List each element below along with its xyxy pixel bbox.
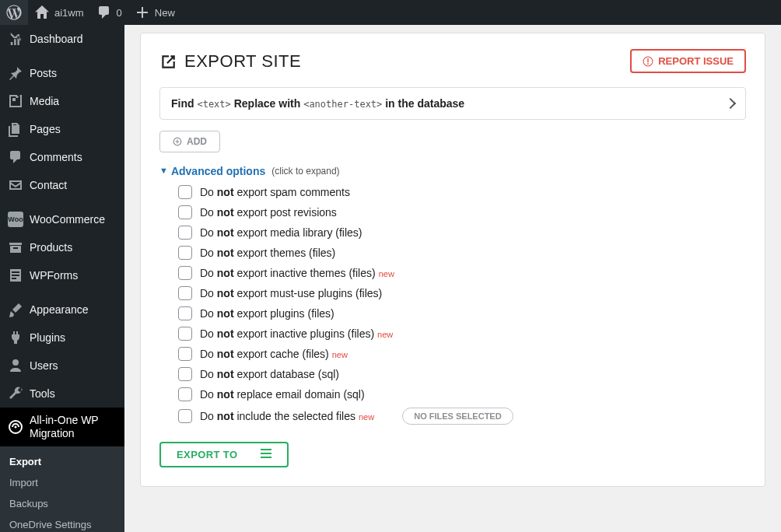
sidebar-item-woocommerce[interactable]: Woo WooCommerce bbox=[0, 205, 124, 233]
replace-label: Replace with bbox=[234, 97, 301, 110]
page-body: EXPORT SITE REPORT ISSUE Find <text> Rep… bbox=[124, 25, 781, 532]
advanced-option-label[interactable]: Do not export must-use plugins (files) bbox=[200, 287, 382, 299]
sidebar-label: Dashboard bbox=[30, 33, 83, 45]
sidebar-item-plugins[interactable]: Plugins bbox=[0, 324, 124, 352]
sidebar-item-media[interactable]: Media bbox=[0, 87, 124, 115]
advanced-option-label[interactable]: Do not replace email domain (sql) bbox=[200, 388, 365, 401]
advanced-option-label[interactable]: Do not export cache (files)new bbox=[200, 348, 348, 360]
media-icon bbox=[8, 93, 23, 109]
advanced-option-checkbox[interactable] bbox=[178, 327, 192, 341]
find-label: Find bbox=[171, 97, 194, 110]
sidebar-item-ai1wm[interactable]: All-in-One WP Migration bbox=[0, 408, 124, 446]
sidebar-label: Products bbox=[30, 241, 72, 254]
admin-sidebar: Dashboard Posts Media Pages Comments Con… bbox=[0, 25, 124, 532]
advanced-option-muplugins: Do not export must-use plugins (files) bbox=[178, 286, 746, 300]
advanced-option-database: Do not export database (sql) bbox=[178, 367, 746, 381]
form-icon bbox=[8, 268, 23, 283]
site-name-label: ai1wm bbox=[54, 7, 84, 19]
comments-menu[interactable]: 0 bbox=[90, 0, 128, 25]
archive-icon bbox=[8, 240, 23, 255]
sidebar-item-posts[interactable]: Posts bbox=[0, 59, 124, 87]
page-title: EXPORT SITE bbox=[159, 51, 301, 72]
sidebar-item-pages[interactable]: Pages bbox=[0, 115, 124, 143]
sidebar-item-contact[interactable]: Contact bbox=[0, 171, 124, 199]
plus-icon bbox=[135, 5, 150, 20]
advanced-option-checkbox[interactable] bbox=[178, 246, 192, 260]
new-tag: new bbox=[332, 350, 348, 359]
in-db-label: in the database bbox=[385, 97, 464, 110]
sidebar-item-wpforms[interactable]: WPForms bbox=[0, 261, 124, 289]
sidebar-label: All-in-One WP Migration bbox=[30, 414, 117, 440]
menu-icon bbox=[261, 449, 271, 460]
advanced-option-checkbox[interactable] bbox=[178, 266, 192, 280]
advanced-option-checkbox[interactable] bbox=[178, 226, 192, 240]
advanced-option-label[interactable]: Do not export themes (files) bbox=[200, 247, 335, 259]
advanced-options-list: Do not export spam commentsDo not export… bbox=[159, 185, 746, 425]
advanced-option-label[interactable]: Do not include the selected filesnew bbox=[200, 410, 374, 422]
wp-logo-menu[interactable] bbox=[0, 0, 28, 25]
export-icon bbox=[159, 53, 177, 70]
advanced-option-checkbox[interactable] bbox=[178, 347, 192, 361]
advanced-option-themes: Do not export themes (files) bbox=[178, 246, 746, 260]
ai1wm-submenu: Export Import Backups OneDrive Settings bbox=[0, 446, 124, 532]
advanced-option-checkbox[interactable] bbox=[178, 286, 192, 300]
wordpress-logo-icon bbox=[6, 5, 22, 20]
advanced-option-label[interactable]: Do not export plugins (files) bbox=[200, 307, 334, 320]
site-name-menu[interactable]: ai1wm bbox=[28, 0, 90, 25]
sidebar-item-appearance[interactable]: Appearance bbox=[0, 296, 124, 324]
find-placeholder: <text> bbox=[197, 99, 230, 110]
advanced-option-checkbox[interactable] bbox=[178, 367, 192, 381]
advanced-options-toggle[interactable]: ▼ Advanced options (click to expand) bbox=[159, 165, 746, 177]
submenu-label: Import bbox=[9, 477, 38, 488]
no-files-selected-pill[interactable]: NO FILES SELECTED bbox=[402, 408, 513, 425]
advanced-option-inactive_themes: Do not export inactive themes (files)new bbox=[178, 266, 746, 280]
submenu-item-export[interactable]: Export bbox=[0, 451, 124, 472]
advanced-option-checkbox[interactable] bbox=[178, 409, 192, 423]
user-icon bbox=[8, 358, 23, 373]
advanced-option-label[interactable]: Do not export database (sql) bbox=[200, 368, 339, 380]
plus-circle-icon bbox=[173, 137, 182, 146]
submenu-label: Backups bbox=[9, 498, 48, 509]
advanced-option-label[interactable]: Do not export spam comments bbox=[200, 186, 350, 198]
advanced-option-cache: Do not export cache (files)new bbox=[178, 347, 746, 361]
add-button[interactable]: ADD bbox=[159, 131, 220, 152]
advanced-option-label[interactable]: Do not export inactive themes (files)new bbox=[200, 267, 394, 279]
page-title-text: EXPORT SITE bbox=[184, 51, 301, 72]
comment-icon bbox=[96, 5, 112, 20]
comment-icon bbox=[8, 149, 23, 165]
sidebar-item-comments[interactable]: Comments bbox=[0, 143, 124, 171]
advanced-option-checkbox[interactable] bbox=[178, 185, 192, 199]
submenu-item-import[interactable]: Import bbox=[0, 472, 124, 493]
advanced-option-label[interactable]: Do not export post revisions bbox=[200, 206, 337, 219]
sidebar-item-users[interactable]: Users bbox=[0, 352, 124, 380]
advanced-option-checkbox[interactable] bbox=[178, 387, 192, 401]
submenu-item-onedrive[interactable]: OneDrive Settings bbox=[0, 514, 124, 532]
new-content-menu[interactable]: New bbox=[128, 0, 181, 25]
advanced-option-label[interactable]: Do not export media library (files) bbox=[200, 226, 362, 239]
advanced-option-checkbox[interactable] bbox=[178, 306, 192, 320]
sidebar-item-products[interactable]: Products bbox=[0, 233, 124, 261]
sidebar-label: Media bbox=[30, 95, 59, 107]
advanced-option-inactive_plugins: Do not export inactive plugins (files)ne… bbox=[178, 327, 746, 341]
sidebar-item-tools[interactable]: Tools bbox=[0, 380, 124, 408]
woocommerce-icon: Woo bbox=[8, 212, 23, 227]
submenu-item-backups[interactable]: Backups bbox=[0, 493, 124, 514]
pages-icon bbox=[8, 121, 23, 137]
home-icon bbox=[34, 5, 50, 20]
advanced-option-post_revisions: Do not export post revisions bbox=[178, 205, 746, 219]
sidebar-label: Contact bbox=[30, 179, 67, 191]
sidebar-item-dashboard[interactable]: Dashboard bbox=[0, 25, 124, 53]
export-to-button[interactable]: EXPORT TO bbox=[159, 442, 289, 467]
advanced-option-checkbox[interactable] bbox=[178, 205, 192, 219]
report-issue-button[interactable]: REPORT ISSUE bbox=[630, 49, 746, 73]
admin-toolbar: ai1wm 0 New bbox=[0, 0, 781, 25]
new-content-label: New bbox=[155, 7, 175, 19]
advanced-option-label[interactable]: Do not export inactive plugins (files)ne… bbox=[200, 327, 393, 340]
sidebar-label: Comments bbox=[30, 151, 82, 163]
advanced-option-selected_files: Do not include the selected filesnewNO F… bbox=[178, 408, 746, 425]
warning-icon bbox=[643, 56, 653, 67]
wrench-icon bbox=[8, 386, 23, 401]
svg-point-1 bbox=[15, 425, 17, 428]
find-replace-row[interactable]: Find <text> Replace with <another-text> … bbox=[159, 87, 746, 120]
sidebar-label: Tools bbox=[30, 387, 55, 400]
